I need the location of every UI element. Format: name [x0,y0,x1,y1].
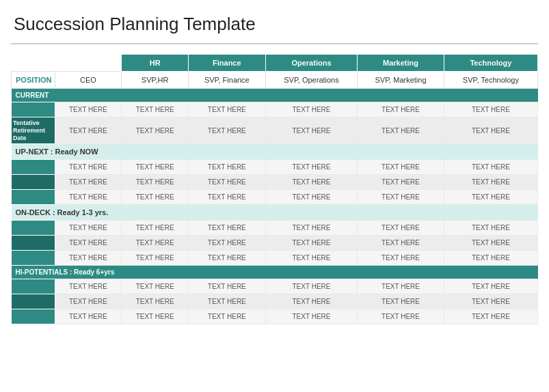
ondeck-2-ceo: TEXT HERE [55,236,122,251]
ondeck-3-ceo: TEXT HERE [55,251,122,266]
header-empty-2 [55,55,122,72]
upnext-bar-2 [12,175,55,190]
hipotentials-bar-1 [12,279,55,294]
hipotentials-label: HI-POTENTIALS : Ready 6+yrs [12,266,538,279]
ondeck-section-header: ON-DECK : Ready 1-3 yrs. [12,205,538,221]
tentative-operations: TEXT HERE [265,117,358,144]
ondeck-3-marketing: TEXT HERE [358,251,444,266]
hipotentials-1-technology: TEXT HERE [444,279,537,294]
position-label: POSITION [12,72,55,89]
tentative-label: Tentative Retirement Date [13,120,53,141]
ondeck-2-finance: TEXT HERE [189,236,266,251]
current-marketing: TEXT HERE [358,102,444,117]
hipotentials-3-finance: TEXT HERE [189,309,266,324]
ondeck-3-operations: TEXT HERE [265,251,358,266]
upnext-1-technology: TEXT HERE [444,160,537,175]
tentative-ceo: TEXT HERE [55,117,122,144]
hipotentials-row-3: TEXT HERE TEXT HERE TEXT HERE TEXT HERE … [12,309,538,324]
hipotentials-1-ceo: TEXT HERE [55,279,122,294]
ondeck-bar-3 [12,251,55,266]
hipotentials-3-operations: TEXT HERE [265,309,358,324]
position-ceo: CEO [55,72,122,89]
ondeck-3-finance: TEXT HERE [189,251,266,266]
hipotentials-3-technology: TEXT HERE [444,309,537,324]
upnext-2-ceo: TEXT HERE [55,175,122,190]
current-finance: TEXT HERE [189,102,266,117]
ondeck-bar-2 [12,236,55,251]
ondeck-2-technology: TEXT HERE [444,236,537,251]
header-finance: Finance [189,55,266,72]
ondeck-1-marketing: TEXT HERE [358,221,444,236]
position-technology: SVP, Technology [444,72,537,89]
ondeck-2-operations: TEXT HERE [265,236,358,251]
upnext-1-marketing: TEXT HERE [358,160,444,175]
upnext-2-technology: TEXT HERE [444,175,537,190]
position-operations: SVP, Operations [265,72,358,89]
upnext-3-technology: TEXT HERE [444,190,537,205]
page-title: Succession Planning Template [11,7,538,44]
hipotentials-1-finance: TEXT HERE [189,279,266,294]
header-empty-1 [12,55,55,72]
upnext-row-1: TEXT HERE TEXT HERE TEXT HERE TEXT HERE … [12,160,538,175]
tentative-row: Tentative Retirement Date TEXT HERE TEXT… [12,117,538,144]
ondeck-2-hr: TEXT HERE [122,236,189,251]
hipotentials-1-hr: TEXT HERE [122,279,189,294]
upnext-2-operations: TEXT HERE [265,175,358,190]
upnext-2-marketing: TEXT HERE [358,175,444,190]
upnext-1-operations: TEXT HERE [265,160,358,175]
upnext-row-3: TEXT HERE TEXT HERE TEXT HERE TEXT HERE … [12,190,538,205]
upnext-1-ceo: TEXT HERE [55,160,122,175]
ondeck-1-hr: TEXT HERE [122,221,189,236]
current-bar [12,102,55,117]
succession-table: HR Finance Operations Marketing Technolo… [11,54,538,324]
ondeck-3-technology: TEXT HERE [444,251,537,266]
position-marketing: SVP, Marketing [358,72,444,89]
column-header-row: HR Finance Operations Marketing Technolo… [12,55,538,72]
upnext-3-finance: TEXT HERE [189,190,266,205]
ondeck-3-hr: TEXT HERE [122,251,189,266]
current-ceo: TEXT HERE [55,102,122,117]
ondeck-row-2: TEXT HERE TEXT HERE TEXT HERE TEXT HERE … [12,236,538,251]
upnext-3-ceo: TEXT HERE [55,190,122,205]
upnext-row-2: TEXT HERE TEXT HERE TEXT HERE TEXT HERE … [12,175,538,190]
hipotentials-bar-3 [12,309,55,324]
hipotentials-2-marketing: TEXT HERE [358,294,444,309]
header-operations: Operations [265,55,358,72]
current-operations: TEXT HERE [265,102,358,117]
upnext-bar-1 [12,160,55,175]
header-technology: Technology [444,55,537,72]
hipotentials-2-technology: TEXT HERE [444,294,537,309]
current-technology: TEXT HERE [444,102,537,117]
hipotentials-1-marketing: TEXT HERE [358,279,444,294]
position-row: POSITION CEO SVP,HR SVP, Finance SVP, Op… [12,72,538,89]
hipotentials-1-operations: TEXT HERE [265,279,358,294]
ondeck-row-3: TEXT HERE TEXT HERE TEXT HERE TEXT HERE … [12,251,538,266]
upnext-1-hr: TEXT HERE [122,160,189,175]
ondeck-bar-1 [12,221,55,236]
hipotentials-2-finance: TEXT HERE [189,294,266,309]
hipotentials-2-operations: TEXT HERE [265,294,358,309]
hipotentials-3-marketing: TEXT HERE [358,309,444,324]
hipotentials-section-header: HI-POTENTIALS : Ready 6+yrs [12,266,538,279]
upnext-2-finance: TEXT HERE [189,175,266,190]
hipotentials-2-ceo: TEXT HERE [55,294,122,309]
ondeck-1-ceo: TEXT HERE [55,221,122,236]
hipotentials-bar-2 [12,294,55,309]
header-hr: HR [122,55,189,72]
tentative-hr: TEXT HERE [122,117,189,144]
hipotentials-row-1: TEXT HERE TEXT HERE TEXT HERE TEXT HERE … [12,279,538,294]
ondeck-1-technology: TEXT HERE [444,221,537,236]
hipotentials-3-ceo: TEXT HERE [55,309,122,324]
tentative-technology: TEXT HERE [444,117,537,144]
ondeck-row-1: TEXT HERE TEXT HERE TEXT HERE TEXT HERE … [12,221,538,236]
ondeck-1-operations: TEXT HERE [265,221,358,236]
upnext-section-header: UP-NEXT : Ready NOW [12,144,538,160]
current-hr: TEXT HERE [122,102,189,117]
hipotentials-row-2: TEXT HERE TEXT HERE TEXT HERE TEXT HERE … [12,294,538,309]
upnext-label: UP-NEXT : Ready NOW [12,144,538,160]
current-section-header: CURRENT [12,89,538,102]
hipotentials-2-hr: TEXT HERE [122,294,189,309]
current-data-row: TEXT HERE TEXT HERE TEXT HERE TEXT HERE … [12,102,538,117]
upnext-bar-3 [12,190,55,205]
ondeck-1-finance: TEXT HERE [189,221,266,236]
